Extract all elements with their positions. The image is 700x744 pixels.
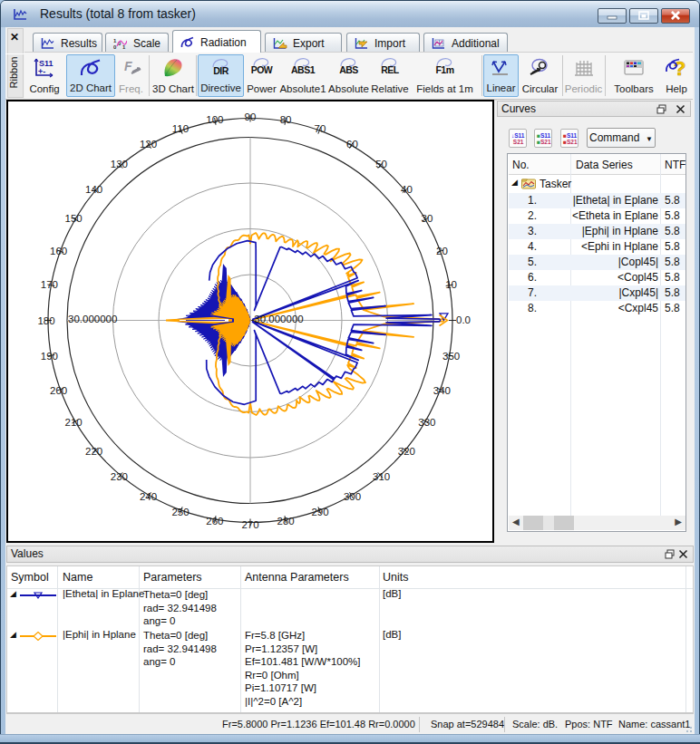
svg-text:150: 150 [65, 213, 83, 224]
svg-text:210: 210 [65, 417, 83, 428]
svg-text:0: 0 [113, 44, 117, 50]
svg-text:340: 340 [433, 385, 451, 396]
svg-text:140: 140 [85, 184, 102, 195]
svg-text:90: 90 [245, 111, 257, 122]
svg-text:170: 170 [41, 279, 58, 290]
svg-text:310: 310 [373, 471, 390, 482]
svg-text:290: 290 [311, 507, 328, 517]
svg-text:180: 180 [37, 315, 54, 326]
svg-text:70: 70 [315, 123, 326, 134]
svg-text:10: 10 [445, 279, 457, 290]
svg-text:120: 120 [140, 139, 157, 150]
svg-text:60: 60 [346, 139, 358, 150]
svg-text:300: 300 [344, 491, 361, 502]
svg-text:260: 260 [206, 516, 223, 527]
svg-text:200: 200 [50, 385, 67, 396]
svg-text:240: 240 [140, 491, 157, 502]
svg-text:130: 130 [111, 159, 128, 169]
svg-text:280: 280 [277, 516, 295, 527]
svg-text:1: 1 [122, 44, 126, 50]
svg-text:0.0: 0.0 [456, 314, 471, 325]
svg-text:220: 220 [85, 446, 102, 457]
svg-text:320: 320 [398, 446, 415, 457]
svg-text:330: 330 [418, 417, 435, 428]
svg-text:30.000000: 30.000000 [68, 314, 117, 324]
svg-text:270: 270 [241, 519, 258, 530]
svg-text:-30.000000: -30.000000 [251, 314, 304, 324]
svg-text:250: 250 [171, 507, 189, 517]
svg-text:1: 1 [113, 38, 117, 43]
svg-text:350: 350 [442, 351, 460, 362]
svg-text:F: F [124, 59, 132, 73]
svg-text:110: 110 [172, 123, 189, 134]
svg-text:20: 20 [436, 246, 448, 256]
svg-text:40: 40 [401, 184, 413, 195]
svg-text:80: 80 [280, 114, 292, 125]
svg-text:100: 100 [206, 114, 223, 125]
svg-text:160: 160 [50, 246, 67, 256]
svg-text:+-: +- [38, 67, 45, 76]
svg-text:230: 230 [111, 471, 128, 482]
svg-text:30: 30 [422, 213, 433, 224]
svg-text:190: 190 [41, 351, 58, 362]
svg-text:50: 50 [375, 159, 387, 169]
